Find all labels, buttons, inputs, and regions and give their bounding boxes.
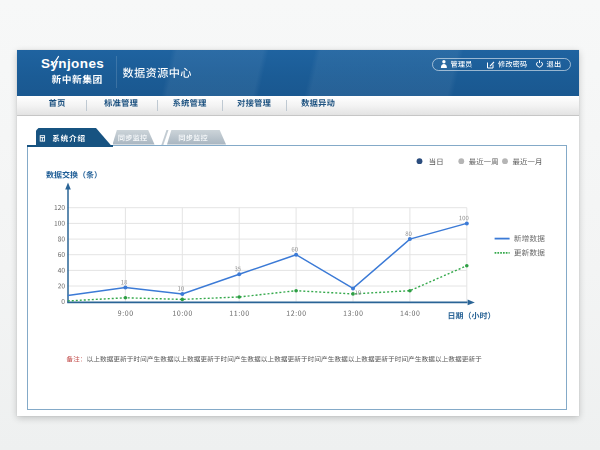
svg-text:Synjones: Synjones bbox=[41, 56, 104, 71]
